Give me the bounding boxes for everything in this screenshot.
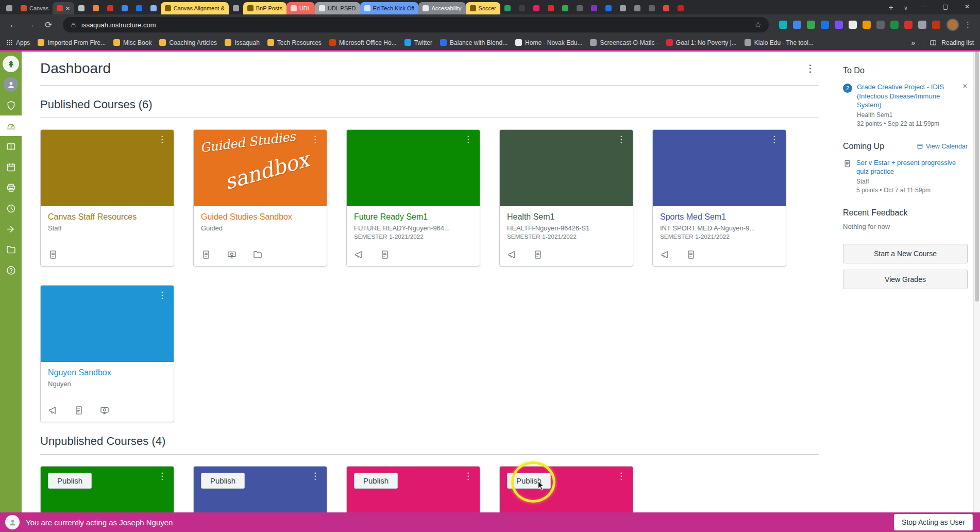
scrollbar-thumb[interactable]	[975, 52, 979, 302]
browser-tab[interactable]	[117, 2, 132, 14]
close-button[interactable]: ✕	[956, 0, 978, 13]
nav-help-button[interactable]	[0, 260, 22, 280]
assignments-icon[interactable]	[201, 250, 211, 260]
browser-tab[interactable]: Ed Tech Kick Off	[360, 2, 419, 14]
browser-tab[interactable]: BnP Posts	[243, 2, 286, 14]
extension-icon[interactable]	[793, 21, 801, 29]
browser-tab[interactable]	[587, 2, 601, 14]
browser-tab[interactable]	[529, 2, 544, 14]
browser-tab[interactable]: Canvas Alignment &	[161, 2, 229, 14]
browser-menu-icon[interactable]: ⋮	[962, 20, 974, 29]
course-title-link[interactable]: Canvas Staff Resources	[48, 212, 166, 222]
course-card[interactable]: ⋮ Health Sem1 HEALTH-Nguyen-96426-S1 SEM…	[499, 129, 633, 267]
announcements-icon[interactable]	[507, 250, 517, 260]
course-title-link[interactable]: Future Ready Sem1	[354, 212, 472, 222]
extension-icon[interactable]	[932, 21, 940, 29]
bookmark-item[interactable]: Goal 1: No Poverty |...	[666, 39, 737, 46]
browser-tab[interactable]	[673, 2, 688, 14]
reload-button[interactable]: ⟳	[41, 20, 56, 30]
bookmark-item[interactable]: Kialo Edu - The tool...	[745, 39, 814, 46]
announcements-icon[interactable]	[660, 250, 670, 260]
nav-dashboard-button[interactable]	[0, 115, 22, 136]
course-title-link[interactable]: Health Sem1	[507, 212, 626, 222]
extension-icon[interactable]	[918, 21, 926, 29]
dismiss-icon[interactable]: ✕	[962, 82, 968, 90]
course-options-icon[interactable]: ⋮	[309, 470, 321, 482]
extension-icon[interactable]	[863, 21, 871, 29]
conferences-icon[interactable]	[227, 250, 237, 260]
assignments-icon[interactable]	[686, 250, 696, 260]
course-title-link[interactable]: Guided Studies Sandbox	[201, 212, 319, 222]
bookmark-item[interactable]: Misc Book	[113, 39, 151, 46]
nav-files-button[interactable]	[0, 239, 22, 260]
reading-list-button[interactable]: Reading list	[923, 39, 974, 46]
browser-tab[interactable]	[572, 2, 587, 14]
browser-tab[interactable]	[645, 2, 659, 14]
browser-tab[interactable]	[558, 2, 572, 14]
course-card[interactable]: ⋮ Nguyen Sandbox Nguyen	[40, 285, 174, 422]
browser-tab[interactable]	[229, 2, 243, 14]
browser-tab[interactable]	[630, 2, 645, 14]
view-calendar-link[interactable]: View Calendar	[917, 143, 968, 150]
extension-icon[interactable]	[849, 21, 857, 29]
conferences-icon[interactable]	[99, 405, 110, 415]
browser-tab[interactable]	[103, 2, 117, 14]
bookmarks-overflow-icon[interactable]: »	[911, 39, 916, 47]
bookmark-item[interactable]: Screencast-O-Matic -	[590, 39, 658, 46]
browser-tab[interactable]	[2, 2, 16, 14]
course-options-icon[interactable]: ⋮	[768, 134, 780, 145]
bookmark-item[interactable]: Twitter	[404, 39, 432, 46]
course-options-icon[interactable]: ⋮	[615, 134, 627, 145]
course-options-icon[interactable]: ⋮	[156, 134, 168, 145]
view-grades-button[interactable]: View Grades	[843, 270, 968, 289]
nav-courses-button[interactable]	[0, 136, 22, 157]
extension-icon[interactable]	[779, 21, 787, 29]
browser-tab[interactable]	[616, 2, 630, 14]
assignments-icon[interactable]	[533, 250, 543, 260]
page-scrollbar[interactable]	[973, 52, 980, 532]
browser-tab[interactable]	[132, 2, 146, 14]
browser-tab[interactable]: Accesability	[418, 2, 465, 14]
address-bar[interactable]: issaquah.instructure.com ☆	[63, 17, 769, 32]
minimize-button[interactable]: –	[913, 0, 935, 13]
course-card[interactable]: ⋮ Sports Med Sem1 INT SPORT MED A-Nguyen…	[652, 129, 786, 267]
course-card[interactable]: Guided Studies sandbox ⋮ Guided Studies …	[193, 129, 327, 267]
course-title-link[interactable]: Sports Med Sem1	[660, 212, 779, 222]
bookmark-item[interactable]: Coaching Articles	[159, 39, 217, 46]
nav-calendar-button[interactable]	[0, 157, 22, 177]
tab-close-icon[interactable]: ✕	[65, 6, 70, 11]
browser-tab[interactable]	[515, 2, 529, 14]
bookmark-item[interactable]: Home - Novak Edu...	[515, 39, 582, 46]
browser-tab[interactable]: Soccer	[466, 2, 500, 14]
extension-icon[interactable]	[821, 21, 829, 29]
browser-tab[interactable]	[146, 2, 161, 14]
tab-search-icon[interactable]: ∨	[899, 5, 913, 14]
nav-inbox-button[interactable]	[0, 177, 22, 198]
bookmark-item[interactable]: Imported From Fire...	[38, 39, 106, 46]
forward-button[interactable]: →	[24, 20, 38, 30]
extension-icon[interactable]	[876, 21, 885, 29]
nav-commons-button[interactable]	[0, 219, 22, 239]
browser-tab[interactable]: Canvas	[16, 2, 53, 14]
coming-up-item-link[interactable]: Ser v Estar + present progressive quiz p…	[856, 158, 968, 176]
browser-tab[interactable]	[601, 2, 616, 14]
start-new-course-button[interactable]: Start a New Course	[843, 244, 968, 263]
browser-tab[interactable]: ✕	[53, 2, 74, 14]
browser-tab[interactable]	[89, 2, 103, 14]
back-button[interactable]: ←	[6, 20, 21, 30]
bookmark-item[interactable]: Issaquah	[225, 39, 260, 46]
maximize-button[interactable]: ▢	[935, 0, 956, 13]
nav-logo[interactable]	[0, 54, 22, 74]
browser-tab[interactable]	[74, 2, 89, 14]
course-title-link[interactable]: Nguyen Sandbox	[48, 368, 166, 378]
bookmark-item[interactable]: Tech Resources	[267, 39, 322, 46]
apps-shortcut[interactable]: Apps	[6, 39, 30, 46]
extension-icon[interactable]	[890, 21, 899, 29]
course-options-icon[interactable]: ⋮	[462, 470, 474, 482]
stop-acting-button[interactable]: Stop Acting as User	[894, 514, 973, 530]
assignments-icon[interactable]	[48, 250, 58, 260]
nav-admin-button[interactable]	[0, 95, 22, 115]
browser-profile-avatar[interactable]	[947, 19, 959, 31]
browser-tab[interactable]: UDL PSED	[315, 2, 360, 14]
extension-icon[interactable]	[807, 21, 815, 29]
